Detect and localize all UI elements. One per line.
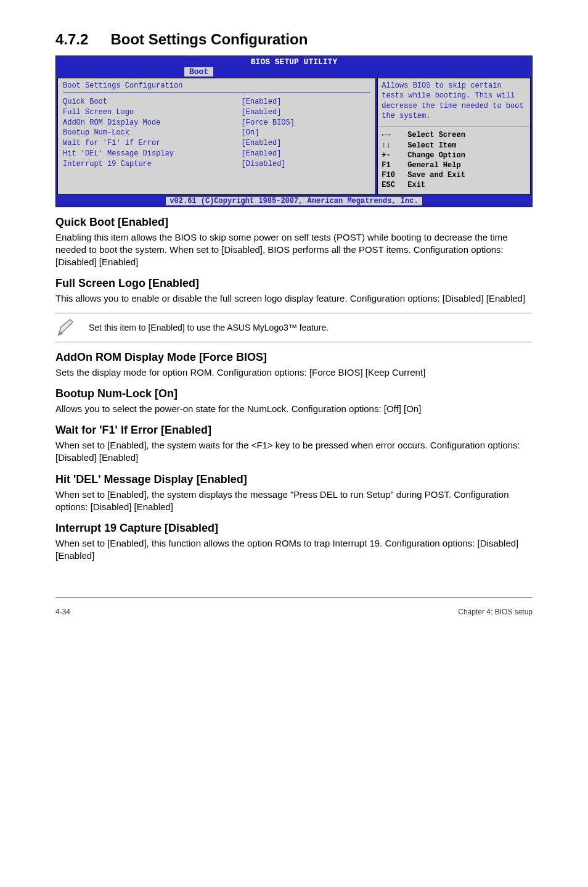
heading-bootup-numlock: Bootup Num-Lock [On] (55, 387, 533, 400)
heading-int19: Interrupt 19 Capture [Disabled] (55, 522, 533, 535)
section-number: 4.7.2 (55, 31, 88, 48)
para-hit-del: When set to [Enabled], the system displa… (55, 489, 533, 514)
note-text: Set this item to [Enabled] to use the AS… (89, 323, 329, 332)
bios-item: Bootup Num-Lock[On] (63, 128, 370, 138)
page-number: 4-34 (55, 608, 70, 616)
footer-rule (55, 597, 533, 598)
para-bootup-numlock: Allows you to select the power-on state … (55, 403, 533, 415)
para-addon-rom: Sets the display mode for option ROM. Co… (55, 366, 533, 379)
bios-title-bar: BIOS SETUP UTILITY Boot (56, 56, 532, 76)
para-int19: When set to [Enabled], this function all… (55, 537, 533, 563)
bios-help-text: Allows BIOS to skip certain tests while … (378, 78, 530, 126)
bios-item: AddOn ROM Display Mode[Force BIOS] (63, 118, 370, 128)
bios-panel-heading: Boot Settings Configuration (63, 81, 370, 93)
heading-addon-rom: AddOn ROM Display Mode [Force BIOS] (55, 351, 533, 364)
bios-settings-panel: Boot Settings Configuration Quick Boot[E… (57, 78, 376, 194)
section-heading: 4.7.2 Boot Settings Configuration (55, 31, 533, 48)
chapter-label: Chapter 4: BIOS setup (458, 608, 533, 616)
page-footer: 4-34 Chapter 4: BIOS setup (0, 600, 588, 635)
bios-item: Wait for 'F1' if Error[Enabled] (63, 138, 370, 149)
para-quick-boot: Enabling this item allows the BIOS to sk… (55, 231, 533, 269)
section-title: Boot Settings Configuration (110, 31, 308, 48)
heading-quick-boot: Quick Boot [Enabled] (55, 216, 533, 229)
pencil-icon (55, 317, 76, 338)
bios-item: Interrupt 19 Capture[Disabled] (63, 159, 370, 170)
heading-full-screen-logo: Full Screen Logo [Enabled] (55, 277, 533, 290)
bios-utility-title: BIOS SETUP UTILITY (56, 57, 532, 67)
note-box: Set this item to [Enabled] to use the AS… (55, 313, 533, 342)
heading-hit-del: Hit 'DEL' Message Display [Enabled] (55, 473, 533, 486)
bios-footer: v02.61 (C)Copyright 1985-2007, American … (56, 196, 532, 207)
bios-item: Hit 'DEL' Message Display[Enabled] (63, 149, 370, 159)
bios-item: Quick Boot[Enabled] (63, 97, 370, 107)
para-full-screen-logo: This allows you to enable or disable the… (55, 292, 533, 305)
bios-item: Full Screen Logo[Enabled] (63, 107, 370, 118)
bios-tab-boot: Boot (184, 67, 213, 77)
heading-wait-f1: Wait for 'F1' If Error [Enabled] (55, 424, 533, 437)
para-wait-f1: When set to [Enabled], the system waits … (55, 439, 533, 464)
bios-help-panel: Allows BIOS to skip certain tests while … (377, 78, 531, 194)
bios-key-legend: ←→Select Screen ↑↓Select Item +-Change O… (378, 126, 530, 194)
bios-screenshot: BIOS SETUP UTILITY Boot Boot Settings Co… (55, 56, 533, 207)
